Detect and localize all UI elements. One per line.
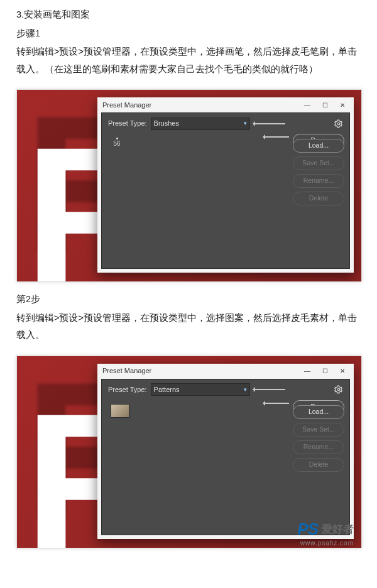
- brush-item[interactable]: 56: [109, 138, 124, 147]
- step1-text: 转到编辑>预设>预设管理器，在预设类型中，选择画笔，然后选择皮毛笔刷，单击载入。…: [16, 43, 361, 78]
- delete-button[interactable]: Delete: [293, 192, 344, 205]
- window-title: Preset Manager: [102, 99, 151, 112]
- preset-grid[interactable]: 56: [107, 134, 288, 263]
- window-minimize-button[interactable]: —: [298, 364, 316, 378]
- annotation-arrow-type: [254, 123, 285, 124]
- pattern-item[interactable]: [111, 404, 129, 418]
- window-close-button[interactable]: ✕: [334, 364, 351, 378]
- window-title: Preset Manager: [102, 364, 151, 378]
- delete-button[interactable]: Delete: [293, 458, 344, 472]
- annotation-arrow-load: [264, 403, 289, 404]
- window-titlebar: Preset Manager — ☐ ✕: [97, 97, 354, 112]
- step2-label: 第2步: [16, 291, 361, 308]
- annotation-arrow-type: [254, 389, 285, 390]
- preset-type-label: Preset Type:: [108, 383, 147, 396]
- load-button[interactable]: Load...: [293, 405, 344, 419]
- save-set-button[interactable]: Save Set...: [293, 156, 344, 170]
- screenshot-brushes: F F Preset Manager — ☐ ✕ Preset Type: Br…: [16, 89, 362, 282]
- chevron-down-icon: ▾: [244, 118, 247, 129]
- brush-size: 56: [113, 140, 120, 147]
- preset-type-select[interactable]: Patterns ▾: [151, 383, 250, 396]
- preset-grid[interactable]: [107, 400, 288, 530]
- load-button[interactable]: Load...: [293, 139, 344, 153]
- rename-button[interactable]: Rename...: [293, 174, 344, 188]
- window-close-button[interactable]: ✕: [334, 98, 351, 112]
- preset-type-select[interactable]: Brushes ▾: [151, 117, 250, 130]
- svg-point-1: [337, 389, 340, 391]
- window-titlebar: Preset Manager — ☐ ✕: [97, 364, 354, 379]
- svg-point-0: [337, 122, 340, 125]
- annotation-arrow-load: [264, 136, 289, 138]
- preset-manager-window: Preset Manager — ☐ ✕ Preset Type: Patter…: [97, 364, 354, 539]
- gear-icon[interactable]: [334, 119, 343, 128]
- watermark-url: www.psahz.com: [300, 537, 354, 548]
- step1-label: 步骤1: [16, 25, 361, 43]
- screenshot-patterns: F F Preset Manager — ☐ ✕ Preset Type: Pa…: [16, 356, 362, 548]
- preset-type-label: Preset Type:: [108, 117, 147, 130]
- section-title: 3.安装画笔和图案: [16, 6, 361, 24]
- chevron-down-icon: ▾: [244, 384, 247, 395]
- step2-text: 转到编辑>预设>预设管理器，在预设类型中，选择图案，然后选择皮毛素材，单击载入。: [16, 310, 361, 344]
- window-maximize-button[interactable]: ☐: [316, 98, 334, 112]
- window-maximize-button[interactable]: ☐: [316, 364, 334, 378]
- save-set-button[interactable]: Save Set...: [293, 423, 344, 437]
- preset-type-value: Patterns: [154, 383, 180, 396]
- rename-button[interactable]: Rename...: [293, 440, 344, 454]
- preset-manager-window: Preset Manager — ☐ ✕ Preset Type: Brushe…: [97, 97, 354, 273]
- gear-icon[interactable]: [334, 385, 343, 394]
- preset-type-value: Brushes: [154, 117, 179, 130]
- window-minimize-button[interactable]: —: [298, 98, 316, 112]
